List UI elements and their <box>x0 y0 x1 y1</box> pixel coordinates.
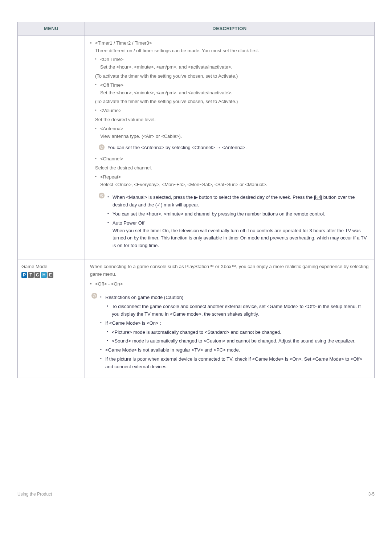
menu-cell-timer <box>18 36 85 259</box>
channel-select: Select the desired channel. <box>95 165 152 171</box>
note-icon <box>99 193 105 198</box>
on-time-item: <On Time> Set the <hour>, <minute>, <am/… <box>95 56 369 71</box>
game-mode-label: Game Mode <box>21 264 48 269</box>
repeat-label: <Repeat> <box>100 174 121 180</box>
man-text-a: When <Manual> is selected, press the <box>113 194 194 200</box>
on-time-activate: (To activate the timer with the setting … <box>95 73 238 79</box>
badge-h: H <box>41 272 47 278</box>
restrictions-header: Restrictions on game mode (Caution) <box>100 294 369 301</box>
antenna-view: View antenna type. (<Air> or <Cable>). <box>100 134 182 139</box>
page-footer: Using the Product 3-5 <box>17 487 375 498</box>
desc-cell-game-mode: When connecting to a game console such a… <box>85 259 375 378</box>
sound-restriction: <Sound> mode is automatically changed to… <box>107 337 369 345</box>
antenna-item: <Antenna> View antenna type. (<Air> or <… <box>95 125 369 140</box>
footer-right: 3-5 <box>368 491 375 498</box>
badge-c: C <box>34 272 40 278</box>
off-time-label: <Off Time> <box>100 82 123 88</box>
menu-description-table: MENU DESCRIPTION <Timer1 / Timer2 / Time… <box>17 22 375 378</box>
auto-off-desc: When you set the timer On, the televisio… <box>113 228 367 249</box>
volume-item: <Volume> <box>95 107 369 115</box>
note-game: Restrictions on game mode (Caution) To d… <box>90 290 369 374</box>
offon-item: <Off> - <On> <box>90 280 369 288</box>
header-description: DESCRIPTION <box>85 22 375 36</box>
footer-left: Using the Product <box>17 491 52 498</box>
timer-block: <Timer1 / Timer2 / Timer3> Three differe… <box>90 40 369 253</box>
picture-restriction: <Picture> mode is automatically changed … <box>107 329 369 336</box>
badge-e: E <box>48 272 53 278</box>
off-time-item: <Off Time> Set the <hour>, <minute>, <am… <box>95 82 369 97</box>
auto-power-off: Auto Power Off When you set the timer On… <box>107 219 369 250</box>
badge-row: P T C H E <box>21 272 81 278</box>
game-intro: When connecting to a game console such a… <box>90 264 368 277</box>
right-triangle-icon: ▶ <box>194 194 198 201</box>
off-time-activate: (To activate the timer with the setting … <box>95 99 238 104</box>
manual-note-2: You can set the <hour>, <minute> and cha… <box>107 210 369 218</box>
poor-picture: If the picture is poor when external dev… <box>100 356 369 371</box>
note-antenna: You can set the <Antenna> by selecting <… <box>97 141 369 154</box>
channel-item: <Channel> <box>95 155 369 163</box>
note-antenna-text: You can set the <Antenna> by selecting <… <box>107 145 246 150</box>
repeat-select: Select <Once>, <Everyday>, <Mon~Fri>, <M… <box>100 182 268 187</box>
restriction-1: To disconnect the game console and conne… <box>107 303 369 318</box>
not-available: <Game Mode> is not available in regular … <box>100 346 369 354</box>
on-time-label: <On Time> <box>100 57 123 62</box>
repeat-item: <Repeat> Select <Once>, <Everyday>, <Mon… <box>95 173 369 189</box>
enter-icon: ⏎ <box>315 195 321 200</box>
menu-cell-game-mode: Game Mode P T C H E <box>18 259 85 378</box>
antenna-label: <Antenna> <box>100 126 123 131</box>
timer-title: <Timer1 / Timer2 / Timer3> <box>95 40 152 46</box>
note-icon <box>99 144 105 150</box>
off-time-set: Set the <hour>, <minute>, <am/pm>, and <… <box>100 90 232 95</box>
check-icon: ✓ <box>157 201 161 209</box>
note-manual: When <Manual> is selected, press the ▶ b… <box>97 190 369 253</box>
note-icon <box>91 293 97 299</box>
auto-off-label: Auto Power Off <box>113 220 144 226</box>
table-row: <Timer1 / Timer2 / Timer3> Three differe… <box>18 36 375 259</box>
desc-cell-timer: <Timer1 / Timer2 / Timer3> Three differe… <box>85 36 375 259</box>
badge-p: P <box>21 272 27 278</box>
table-row: Game Mode P T C H E When connecting to a… <box>18 259 375 378</box>
on-time-set: Set the <hour>, <minute>, <am/pm>, and <… <box>100 64 232 70</box>
timer-intro: Three different on / off timer settings … <box>95 48 259 53</box>
volume-set: Set the desired volume level. <box>95 117 156 122</box>
man-text-b: button to select the desired day of the … <box>199 194 315 200</box>
header-menu: MENU <box>18 22 85 36</box>
if-game-on: If <Game Mode> is <On> : <box>100 320 369 327</box>
badge-t: T <box>28 272 34 278</box>
manual-note-1: When <Manual> is selected, press the ▶ b… <box>107 194 369 209</box>
man-text-d: ) mark will appear. <box>161 202 199 208</box>
